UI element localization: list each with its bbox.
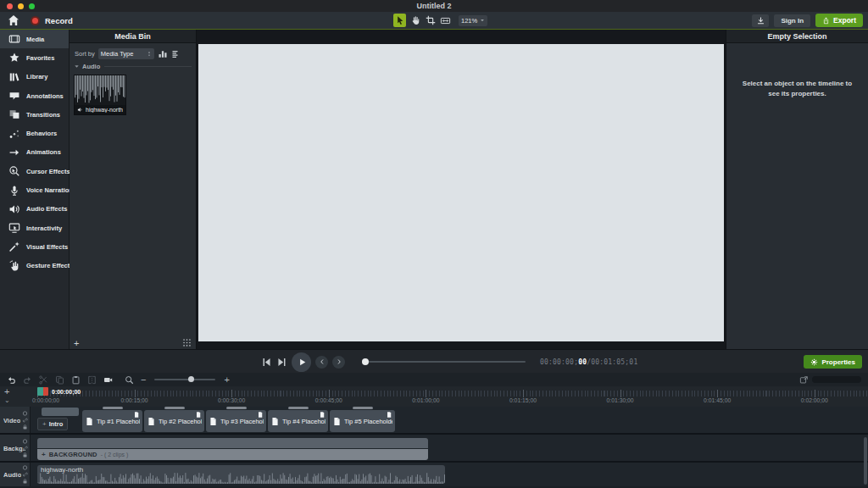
track-toggle-icon[interactable]	[22, 465, 28, 471]
track-link-icon[interactable]	[22, 417, 28, 423]
video-clip-tip-4[interactable]: Tip #4 Placeholder	[268, 410, 328, 432]
track-header-audio[interactable]: Audio	[0, 463, 31, 486]
clip-tab[interactable]	[353, 407, 373, 409]
cut-button[interactable]	[39, 375, 48, 385]
clip-tab[interactable]	[103, 407, 123, 409]
video-clip-tip-2[interactable]: Tip #2 Placeholder	[144, 410, 204, 432]
jump-back-button[interactable]	[315, 356, 328, 369]
sidebar-item-library[interactable]: Library	[0, 68, 69, 86]
export-button[interactable]: Export	[815, 14, 863, 27]
ruler-tick-label: 0:02:00;00	[801, 397, 828, 403]
background-group-clip[interactable]	[37, 438, 428, 448]
timeline-zoom-knob[interactable]	[188, 376, 194, 382]
sidebar-item-behaviors[interactable]: Behaviors	[0, 124, 69, 142]
pan-tool-button[interactable]	[409, 14, 421, 27]
sidebar-item-animations[interactable]: Animations	[0, 143, 69, 162]
video-clip-tip-5[interactable]: Tip #5 Placeholder	[330, 410, 395, 432]
thumbnail-view-button[interactable]	[158, 49, 168, 59]
track-toggle-icon[interactable]	[22, 438, 28, 444]
sidebar-item-audio-effects[interactable]: Audio Effects	[0, 200, 69, 219]
sort-by-label: Sort by	[75, 50, 95, 58]
track-options-caret[interactable]: ⌄	[4, 396, 10, 404]
scale-tool-button[interactable]	[439, 14, 452, 27]
annotations-icon	[8, 90, 20, 102]
jump-forward-button[interactable]	[332, 356, 345, 369]
scale-to-fit-icon	[440, 15, 451, 26]
track-lock-icon[interactable]	[22, 452, 28, 458]
home-icon[interactable]	[7, 14, 20, 27]
detach-timeline-icon[interactable]	[799, 375, 809, 385]
zoom-in-button[interactable]: +	[224, 375, 229, 384]
scrubber-knob[interactable]	[362, 358, 369, 365]
track-link-icon[interactable]	[22, 472, 28, 478]
placeholder-icon	[85, 416, 94, 427]
sidebar-item-interactivity[interactable]: Interactivity	[0, 219, 69, 237]
sidebar-item-gesture-effects[interactable]: Gesture Effects	[0, 257, 69, 275]
expand-group-icon[interactable]: +	[42, 451, 46, 458]
playhead-handle[interactable]	[43, 387, 48, 396]
track-gutter: + ⌄	[0, 386, 31, 407]
intro-group-bar[interactable]	[42, 408, 79, 416]
stage	[197, 30, 726, 349]
add-track-button[interactable]: +	[4, 387, 9, 396]
play-icon	[298, 358, 307, 367]
list-view-button[interactable]	[171, 49, 181, 59]
sidebar-item-cursor-effects[interactable]: Cursor Effects	[0, 162, 69, 180]
ruler-tick-label: 0:00:15;00	[121, 397, 148, 403]
next-frame-button[interactable]	[276, 357, 287, 368]
add-media-button[interactable]: +	[74, 339, 79, 347]
download-button[interactable]	[752, 14, 769, 27]
audio-clip-highway-north[interactable]: highway-north	[37, 465, 445, 484]
canvas[interactable]	[198, 44, 724, 341]
sidebar-item-favorites[interactable]: Favorites	[0, 48, 69, 67]
ruler-major-tick	[329, 390, 330, 397]
timeline-ruler[interactable]: 0:00:00;000:00:15;000:00:30;000:00:45;00…	[31, 386, 868, 407]
playback-scrubber[interactable]	[363, 361, 526, 363]
video-clip-tip-3[interactable]: Tip #3 Placeholder	[206, 410, 266, 432]
copy-button[interactable]	[55, 375, 64, 385]
audio-section-header[interactable]: Audio	[74, 63, 192, 70]
sidebar-item-annotations[interactable]: Annotations	[0, 86, 69, 105]
track-lock-icon[interactable]	[22, 424, 28, 430]
timeline-vertical-scrollbar[interactable]	[864, 437, 867, 485]
sign-in-button[interactable]: Sign In	[774, 14, 810, 27]
previous-frame-button[interactable]	[261, 357, 272, 368]
expand-group-icon[interactable]: +	[42, 420, 47, 428]
media-bin-panel: Media Bin Sort by Media Type Audio	[70, 30, 197, 349]
properties-button[interactable]: Properties	[804, 355, 862, 369]
split-button[interactable]	[87, 375, 97, 385]
intro-group-chip[interactable]: + Intro	[37, 418, 68, 430]
video-clip-tip-1[interactable]: Tip #1 Placeholder	[82, 410, 142, 432]
zoom-out-button[interactable]: −	[141, 375, 146, 384]
clip-tab[interactable]	[226, 407, 247, 409]
sidebar-item-visual-effects[interactable]: Visual Effects	[0, 237, 69, 256]
sort-select[interactable]: Media Type	[98, 48, 154, 59]
timeline-horizontal-scrollbar[interactable]	[812, 376, 861, 383]
cursor-tool-button[interactable]	[393, 14, 406, 27]
track-header-background[interactable]: Backg...	[0, 435, 31, 461]
track-toggle-icon[interactable]	[22, 410, 28, 416]
clip-tab[interactable]	[288, 407, 309, 409]
record-camera-button[interactable]	[103, 375, 113, 385]
timeline-zoom-slider[interactable]	[154, 379, 215, 380]
sidebar-item-media[interactable]: Media	[0, 30, 69, 48]
track-lock-icon[interactable]	[22, 479, 28, 485]
playhead[interactable]: 0:00:00;00	[37, 387, 81, 396]
paste-button[interactable]	[71, 375, 81, 385]
undo-button[interactable]	[7, 375, 16, 385]
track-header-video[interactable]: Video	[0, 407, 31, 433]
thumbnail-size-icon[interactable]	[182, 338, 192, 347]
canvas-zoom-select[interactable]: 121%	[459, 15, 487, 26]
clip-tab[interactable]	[164, 407, 185, 409]
sidebar-item-voice-narration[interactable]: Voice Narration	[0, 180, 69, 199]
playhead-in-handle[interactable]	[37, 387, 43, 396]
sidebar-item-transitions[interactable]: Transitions	[0, 105, 69, 124]
track-link-icon[interactable]	[22, 445, 28, 451]
redo-button[interactable]	[23, 375, 32, 385]
record-button[interactable]: Record	[31, 16, 73, 25]
background-group-label-bar[interactable]: + BACKGROUND - ( 2 clips )	[37, 449, 428, 460]
crop-tool-button[interactable]	[424, 14, 437, 27]
play-button[interactable]	[292, 352, 311, 372]
share-icon	[822, 17, 830, 25]
media-item-highway-north[interactable]: highway-north	[74, 75, 126, 115]
